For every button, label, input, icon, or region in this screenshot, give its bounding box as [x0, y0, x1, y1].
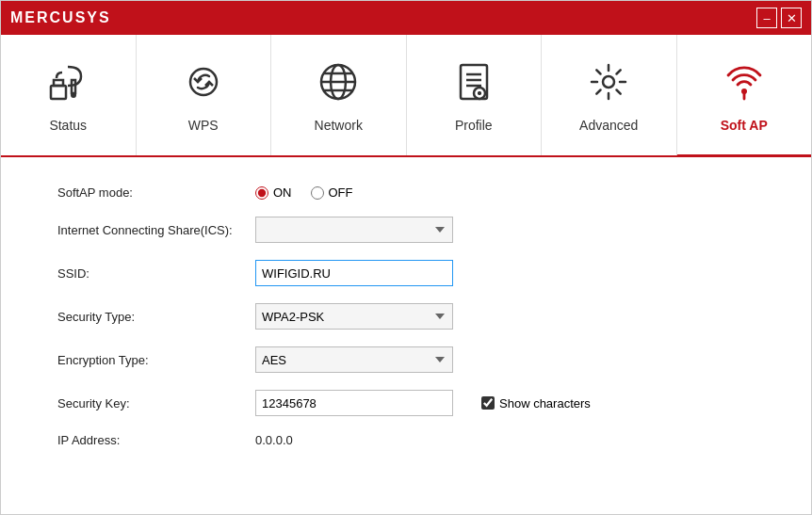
radio-off[interactable] [311, 186, 324, 200]
profile-icon [451, 59, 496, 110]
ics-select-wrapper [255, 217, 670, 243]
ip-address-label: IP Address: [57, 433, 255, 447]
tab-wps-label: WPS [188, 118, 219, 133]
tab-status[interactable]: Status [1, 35, 137, 155]
close-button[interactable]: ✕ [781, 8, 802, 28]
status-icon [45, 59, 90, 110]
encryption-type-select[interactable]: AES [255, 346, 453, 373]
radio-off-text: OFF [329, 185, 353, 200]
tab-softap-label: Soft AP [721, 118, 768, 133]
wps-icon [181, 59, 226, 110]
ics-select[interactable] [255, 217, 453, 243]
svg-point-17 [603, 76, 614, 88]
ip-address-value: 0.0.0.0 [255, 433, 670, 447]
tab-advanced[interactable]: Advanced [542, 35, 677, 155]
ssid-label: SSID: [57, 266, 255, 281]
ssid-input[interactable] [255, 260, 453, 286]
network-icon [316, 59, 361, 110]
radio-on-text: ON [273, 185, 292, 200]
security-key-input[interactable] [255, 390, 453, 416]
radio-off-label[interactable]: OFF [311, 185, 353, 200]
window-controls: – ✕ [756, 8, 802, 28]
security-key-label: Security Key: [57, 396, 255, 410]
tab-profile-label: Profile [455, 118, 493, 133]
tab-network[interactable]: Network [271, 35, 407, 155]
tab-softap[interactable]: Soft AP [677, 35, 812, 157]
tab-bar: Status WPS [1, 35, 811, 157]
minimize-button[interactable]: – [756, 8, 777, 28]
radio-on[interactable] [255, 186, 268, 200]
advanced-icon [586, 59, 631, 110]
softap-mode-radio-group: ON OFF [255, 185, 670, 200]
security-type-select[interactable]: WPA2-PSK [255, 303, 453, 330]
app-logo: MERCUSYS [10, 9, 111, 26]
svg-rect-0 [51, 86, 66, 99]
title-bar: MERCUSYS – ✕ [1, 1, 811, 35]
ics-label: Internet Connecting Share(ICS): [57, 223, 255, 237]
tab-network-label: Network [315, 118, 363, 133]
encryption-type-label: Encryption Type: [57, 353, 255, 367]
show-characters-text: Show characters [499, 396, 591, 410]
tab-status-label: Status [49, 118, 87, 133]
tab-wps[interactable]: WPS [137, 35, 272, 155]
tab-profile[interactable]: Profile [407, 35, 543, 155]
content-area: SoftAP mode: ON OFF Internet Connecting … [1, 157, 811, 514]
svg-rect-3 [72, 80, 75, 93]
radio-on-label[interactable]: ON [255, 185, 292, 200]
svg-point-4 [190, 69, 217, 95]
softap-form: SoftAP mode: ON OFF Internet Connecting … [57, 185, 670, 447]
tab-advanced-label: Advanced [579, 118, 638, 133]
show-characters-label[interactable]: Show characters [481, 396, 591, 410]
softap-mode-label: SoftAP mode: [57, 185, 255, 200]
main-window: MERCUSYS – ✕ Status [0, 0, 812, 515]
security-type-label: Security Type: [57, 310, 255, 324]
security-key-row: Show characters [255, 390, 670, 416]
show-characters-checkbox[interactable] [481, 396, 495, 410]
svg-rect-1 [54, 80, 63, 86]
softap-icon [722, 59, 767, 110]
